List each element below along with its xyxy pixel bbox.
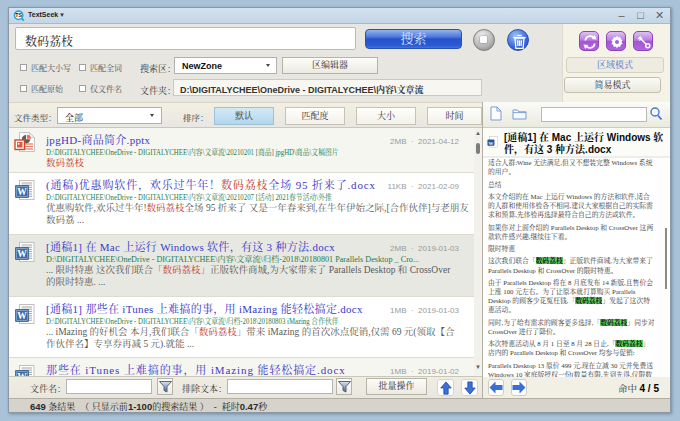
svg-text:W: W bbox=[17, 311, 27, 321]
svg-text:W: W bbox=[489, 141, 494, 146]
svg-text:W: W bbox=[17, 249, 27, 259]
svg-text:TS: TS bbox=[15, 12, 22, 18]
svg-text:W: W bbox=[17, 187, 27, 197]
